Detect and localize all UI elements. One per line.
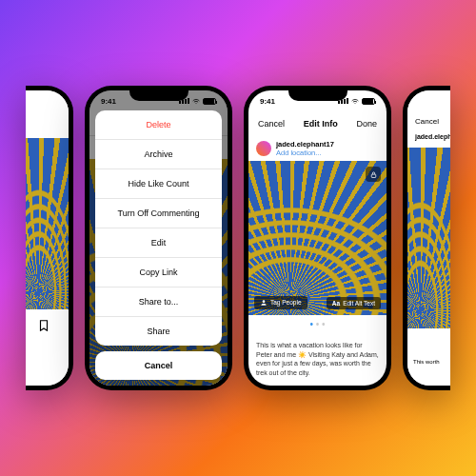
lock-icon[interactable] — [366, 167, 381, 182]
caption-partial: This worth — [413, 359, 440, 367]
screen-partial-right: Cancel jaded.elephant17 This worth — [407, 90, 450, 386]
wifi-icon — [350, 96, 360, 106]
delete-option[interactable]: Delete — [95, 110, 222, 140]
phone-partial-right: Cancel jaded.elephant17 This worth — [403, 86, 450, 390]
phone-edit-info: 9:41 Cancel Edit Info Done jaded.elephan… — [244, 86, 391, 390]
edit-alt-text-button[interactable]: Aa Edit Alt Text — [327, 297, 381, 309]
carousel-dots: • • • — [248, 315, 387, 333]
battery-icon — [362, 98, 375, 105]
action-sheet: Delete Archive Hide Like Count Turn Off … — [95, 110, 222, 346]
bookmark-icon[interactable] — [37, 319, 50, 332]
share-option[interactable]: Share — [95, 317, 222, 346]
phone-action-sheet: 9:41 Instagram jaded.elephant17 ⋯ 2/3 — [85, 86, 232, 390]
share-to-option[interactable]: Share to... — [95, 288, 222, 317]
edit-post-header: jaded.elephant17 Add location... — [248, 136, 387, 161]
screen-partial-left — [26, 90, 69, 386]
tag-people-button[interactable]: Tag People — [254, 296, 307, 309]
cancel-button[interactable]: Cancel — [95, 351, 222, 380]
action-sheet-overlay[interactable]: Delete Archive Hide Like Count Turn Off … — [89, 90, 228, 386]
status-time: 9:41 — [260, 97, 275, 106]
cancel-button-partial[interactable]: Cancel — [407, 111, 450, 131]
done-button[interactable]: Done — [356, 119, 377, 129]
turn-off-comments-option[interactable]: Turn Off Commenting — [95, 199, 222, 228]
svg-point-2 — [263, 300, 266, 303]
edit-image[interactable]: Tag People Aa Edit Alt Text — [248, 161, 387, 315]
copy-link-option[interactable]: Copy Link — [95, 258, 222, 288]
edit-header: Cancel Edit Info Done — [248, 111, 387, 136]
edit-option[interactable]: Edit — [95, 228, 222, 258]
hide-likes-option[interactable]: Hide Like Count — [95, 169, 222, 199]
svg-rect-1 — [371, 174, 376, 177]
archive-option[interactable]: Archive — [95, 140, 222, 169]
username-partial: jaded.elephant17 — [407, 131, 450, 142]
page-title: Edit Info — [304, 119, 338, 129]
username: jaded.elephant17 — [276, 140, 334, 149]
phone-partial-left — [26, 86, 73, 390]
cancel-button[interactable]: Cancel — [258, 119, 285, 129]
add-location-link[interactable]: Add location... — [276, 149, 334, 157]
caption-textarea[interactable]: This is what a vacation looks like for P… — [248, 333, 387, 386]
avatar — [256, 141, 271, 156]
